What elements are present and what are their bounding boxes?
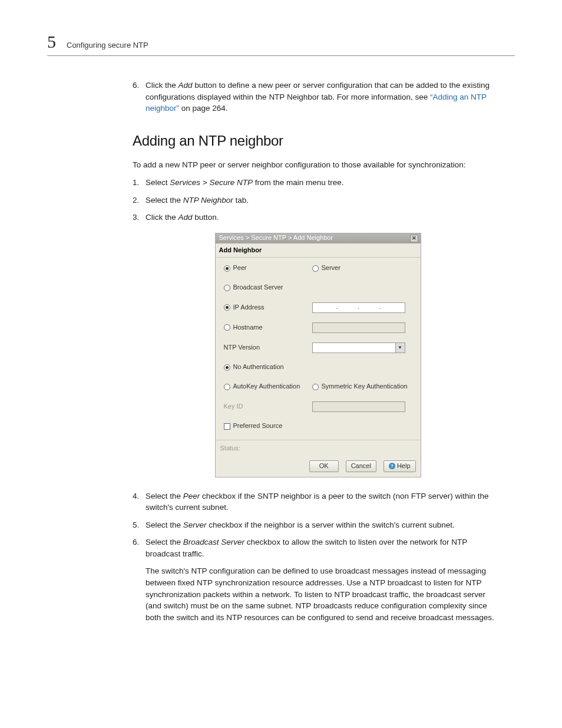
ip-dot: . bbox=[358, 303, 359, 312]
preferred-label: Preferred Source bbox=[233, 421, 283, 431]
text-fragment: tab. bbox=[233, 196, 249, 205]
hostname-radio[interactable] bbox=[224, 324, 230, 331]
ip-dot: . bbox=[336, 303, 338, 312]
dialog-body: Peer Server Broadcast Server bbox=[216, 258, 421, 440]
step-2: 2. Select the NTP Neighbor tab. bbox=[133, 195, 503, 206]
preferred-checkbox[interactable] bbox=[224, 423, 230, 430]
step-5: 5. Select the Server checkbox if the nei… bbox=[133, 519, 503, 531]
symkey-radio[interactable] bbox=[312, 384, 319, 390]
ntp-version-label: NTP Version bbox=[224, 343, 260, 353]
help-button[interactable]: ? Help bbox=[384, 460, 416, 472]
cancel-button[interactable]: Cancel bbox=[346, 460, 376, 472]
broadcast-label: Broadcast Server bbox=[233, 283, 283, 292]
status-row: Status: bbox=[216, 440, 421, 457]
intro-step-6: 6. Click the Add button to define a new … bbox=[133, 80, 503, 114]
text-fragment: checkbox if the neighbor is a server wit… bbox=[207, 521, 455, 529]
emphasis: NTP Neighbor bbox=[183, 196, 233, 205]
status-label: Status: bbox=[220, 444, 240, 452]
hostname-label: Hostname bbox=[233, 323, 263, 332]
emphasis: Server bbox=[183, 521, 207, 529]
step-6: 6. Select the Broadcast Server checkbox … bbox=[133, 536, 503, 623]
row-peer-server: Peer Server bbox=[224, 263, 414, 274]
chapter-number: 5 bbox=[47, 32, 56, 52]
step-3: 3. Click the Add button. bbox=[133, 212, 503, 223]
help-button-label: Help bbox=[397, 462, 411, 471]
step-number: 1. bbox=[133, 177, 139, 189]
row-hostname: Hostname bbox=[224, 322, 414, 333]
hostname-input[interactable] bbox=[312, 322, 405, 333]
row-ntp-version: NTP Version ▼ bbox=[224, 342, 414, 353]
ntp-version-select[interactable]: ▼ bbox=[312, 342, 405, 353]
key-id-label: Key ID bbox=[224, 402, 243, 411]
dialog-titlebar: Services > Secure NTP > Add Neighbor ✕ bbox=[216, 233, 421, 243]
symkey-label: Symmetric Key Authentication bbox=[322, 382, 408, 391]
ip-address-input[interactable]: . . . bbox=[312, 302, 405, 313]
row-auth-options: AutoKey Authentication Symmetric Key Aut… bbox=[224, 382, 414, 392]
steps-bottom-list: 4. Select the Peer checkbox if the SNTP … bbox=[133, 490, 503, 624]
dialog-section-title: Add Neighbor bbox=[216, 243, 421, 258]
server-radio[interactable] bbox=[312, 265, 319, 272]
ok-button[interactable]: OK bbox=[309, 460, 339, 472]
step-number: 3. bbox=[133, 212, 139, 223]
dialog-button-row: OK Cancel ? Help bbox=[216, 457, 421, 477]
add-neighbor-dialog: Services > Secure NTP > Add Neighbor ✕ A… bbox=[215, 233, 421, 477]
intro-step-list: 6. Click the Add button to define a new … bbox=[133, 80, 503, 114]
emphasis: Services > Secure NTP bbox=[170, 178, 253, 187]
emphasis: Broadcast Server bbox=[183, 538, 244, 546]
text-fragment: Select bbox=[146, 178, 170, 187]
emphasis: Add bbox=[178, 81, 193, 90]
ip-label: IP Address bbox=[233, 303, 265, 312]
chevron-down-icon: ▼ bbox=[395, 343, 405, 353]
step-number: 4. bbox=[133, 490, 139, 502]
page-content: 6. Click the Add button to define a new … bbox=[133, 80, 503, 629]
step-4: 4. Select the Peer checkbox if the SNTP … bbox=[133, 490, 503, 513]
section-intro: To add a new NTP peer or server neighbor… bbox=[133, 159, 503, 171]
row-no-auth: No Authentication bbox=[224, 363, 414, 373]
no-auth-label: No Authentication bbox=[233, 363, 284, 372]
ok-button-label: OK bbox=[319, 462, 329, 471]
header-title: Configuring secure NTP bbox=[67, 41, 148, 50]
step-number: 2. bbox=[133, 195, 139, 206]
text-fragment: Select the bbox=[146, 521, 183, 529]
step-6-paragraph: The switch's NTP configuration can be de… bbox=[146, 565, 503, 623]
step-number: 6. bbox=[133, 536, 139, 548]
text-fragment: button. bbox=[193, 213, 219, 222]
text-fragment: Select the bbox=[146, 196, 183, 205]
broadcast-radio[interactable] bbox=[224, 285, 230, 291]
row-preferred: Preferred Source bbox=[224, 421, 414, 431]
key-id-input[interactable] bbox=[312, 401, 405, 412]
steps-top-list: 1. Select Services > Secure NTP from the… bbox=[133, 177, 503, 223]
dialog-figure: Services > Secure NTP > Add Neighbor ✕ A… bbox=[133, 233, 503, 477]
row-key-id: Key ID bbox=[224, 401, 414, 412]
page-header: 5 Configuring secure NTP bbox=[47, 32, 515, 56]
text-fragment: Select the bbox=[146, 492, 183, 500]
step-number: 5. bbox=[133, 519, 139, 531]
ip-dot: . bbox=[379, 303, 381, 312]
emphasis: Add bbox=[178, 213, 193, 222]
section-title: Adding an NTP neighbor bbox=[133, 131, 503, 151]
no-auth-radio[interactable] bbox=[224, 364, 230, 371]
peer-label: Peer bbox=[233, 263, 247, 273]
dialog-breadcrumb: Services > Secure NTP > Add Neighbor bbox=[219, 233, 333, 243]
emphasis: Peer bbox=[183, 492, 200, 500]
autokey-radio[interactable] bbox=[224, 384, 230, 390]
step-number: 6. bbox=[133, 80, 139, 91]
text-fragment: Select the bbox=[146, 538, 183, 546]
server-label: Server bbox=[322, 263, 340, 273]
ip-radio[interactable] bbox=[224, 304, 230, 311]
cancel-button-label: Cancel bbox=[351, 462, 371, 471]
close-icon[interactable]: ✕ bbox=[410, 235, 418, 242]
peer-radio[interactable] bbox=[224, 265, 230, 272]
help-icon: ? bbox=[389, 463, 395, 469]
row-broadcast: Broadcast Server bbox=[224, 283, 414, 293]
autokey-label: AutoKey Authentication bbox=[233, 382, 300, 391]
text-fragment: Click the bbox=[146, 213, 178, 222]
text-fragment: from the main menu tree. bbox=[253, 178, 344, 187]
text-fragment: Click the bbox=[146, 81, 178, 90]
text-fragment: on page 264. bbox=[179, 104, 228, 113]
step-1: 1. Select Services > Secure NTP from the… bbox=[133, 177, 503, 189]
row-ip: IP Address . . . bbox=[224, 302, 414, 313]
